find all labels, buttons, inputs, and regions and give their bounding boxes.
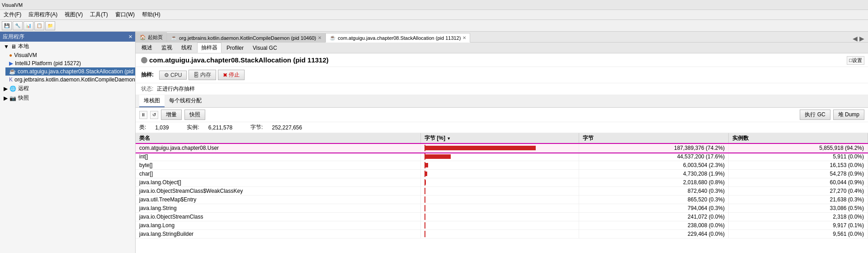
cell-instances: 5,855,918 (94.2%) <box>729 144 868 153</box>
nav-tab-threads[interactable]: 线程 <box>177 43 196 53</box>
bar-fill <box>425 197 425 202</box>
cell-name: java.lang.StringBuilder <box>136 230 420 239</box>
cell-bytes-bar <box>420 196 579 204</box>
snapshot-icon: 📷 <box>9 95 16 101</box>
col-header-name[interactable]: 类名 <box>136 133 420 144</box>
menu-help[interactable]: 帮助(H) <box>140 10 162 19</box>
cell-instances: 2,318 (0.0%) <box>729 213 868 221</box>
action-bar: ⏸ ↺ 增量 快照 执行 GC 堆 Dump <box>136 108 868 122</box>
tab-prev-btn[interactable]: ◀ <box>853 35 858 42</box>
tab-nav-arrows: ◀ ▶ <box>853 35 868 42</box>
sampler-section: 抽样: ⚙ CPU 🗄 内存 ✖ 停止 <box>136 67 868 83</box>
inner-tab-heap[interactable]: 堆栈图 <box>139 95 165 107</box>
table-row[interactable]: java.lang.Object[]2,018,680 (0.8%)60,044… <box>136 178 868 187</box>
cell-instances: 9,917 (0.1%) <box>729 221 868 230</box>
table-row[interactable]: java.lang.String794,064 (0.3%)33,086 (0.… <box>136 204 868 213</box>
sidebar: 应用程序 ✕ ▼ 🖥 本地 ● VisualVM ▶ IntelliJ Plat… <box>0 32 136 253</box>
nav-tab-profiler[interactable]: Profiler <box>222 43 248 53</box>
cell-bytes: 872,640 (0.3%) <box>579 187 728 196</box>
sidebar-close-btn[interactable]: ✕ <box>128 34 132 40</box>
sidebar-item-intellij[interactable]: ▶ IntelliJ Platform (pid 15272) <box>5 59 135 67</box>
table-row[interactable]: java.lang.Long238,008 (0.0%)9,917 (0.1%) <box>136 221 868 230</box>
refresh-button[interactable]: ↺ <box>150 111 158 119</box>
toolbar-btn-2[interactable]: 🔧 <box>13 21 23 30</box>
col-header-instances[interactable]: 实例数 <box>729 133 868 144</box>
stop-button[interactable]: ✖ 停止 <box>218 70 245 80</box>
sidebar-section-snapshot[interactable]: ▶ 📷 快照 <box>0 93 135 103</box>
memory-button[interactable]: 🗄 内存 <box>189 70 216 80</box>
tab-kotlin-close[interactable]: ✕ <box>318 35 321 40</box>
sidebar-section-local[interactable]: ▼ 🖥 本地 <box>0 42 135 51</box>
cell-bytes-bar <box>420 144 579 153</box>
toolbar-btn-3[interactable]: 📊 <box>24 21 33 30</box>
cell-bytes: 2,018,680 (0.8%) <box>579 178 728 187</box>
sidebar-title: 应用程序 <box>3 33 24 41</box>
cell-instances: 27,270 (0.4%) <box>729 187 868 196</box>
nav-tab-visualgc[interactable]: Visual GC <box>249 43 281 53</box>
stats-row: 类: 1,039 实例: 6,211,578 字节: 252,227,656 <box>136 122 868 133</box>
table-row[interactable]: char[]4,730,208 (1.9%)54,278 (0.9%) <box>136 170 868 178</box>
gc-button[interactable]: 执行 GC <box>800 110 830 120</box>
sidebar-header: 应用程序 ✕ <box>0 32 135 42</box>
cell-bytes-bar <box>420 213 579 221</box>
nav-tabs: 概述 监视 线程 抽样器 Profiler Visual GC <box>136 43 868 53</box>
pause-button[interactable]: ⏸ <box>139 111 147 119</box>
cell-bytes: 794,064 (0.3%) <box>579 204 728 213</box>
table-row[interactable]: java.util.TreeMap$Entry865,520 (0.3%)21,… <box>136 196 868 204</box>
kotlin-tab-icon: ☕ <box>171 35 177 41</box>
heap-dump-button[interactable]: 堆 Dump <box>833 110 864 120</box>
table-row[interactable]: java.io.ObjectStreamClass$WeakClassKey87… <box>136 187 868 196</box>
cell-name: java.lang.Object[] <box>136 178 420 187</box>
content-panel: 🏠 起始页 ☕ org.jetbrains.kotlin.daemon.Kotl… <box>136 32 868 253</box>
tab-start[interactable]: 🏠 起始页 <box>136 32 167 42</box>
delta-button[interactable]: 增量 <box>161 110 182 120</box>
bar-fill <box>425 154 451 159</box>
cell-instances: 54,278 (0.9%) <box>729 170 868 178</box>
table-row[interactable]: java.lang.StringBuilder229,464 (0.0%)9,5… <box>136 230 868 239</box>
cell-name: char[] <box>136 170 420 178</box>
cell-name: java.lang.Long <box>136 221 420 230</box>
profiler-title-bar: com.atguigu.java.chapter08.StackAllocati… <box>136 53 868 67</box>
table-row[interactable]: java.io.ObjectStreamClass241,072 (0.0%)2… <box>136 213 868 221</box>
nav-tab-overview[interactable]: 概述 <box>137 43 156 53</box>
cell-instances: 9,561 (0.0%) <box>729 230 868 239</box>
instance-label: 实例: <box>187 124 199 131</box>
menu-app[interactable]: 应用程序(A) <box>27 10 59 19</box>
sidebar-item-kotlin[interactable]: K org.jetbrains.kotlin.daemon.KotlinComp… <box>5 76 135 84</box>
toolbar-btn-1[interactable]: 💾 <box>2 21 12 30</box>
sidebar-item-visualvm[interactable]: ● VisualVM <box>5 51 135 59</box>
cell-name: java.util.TreeMap$Entry <box>136 196 420 204</box>
sidebar-section-remote[interactable]: ▶ 🌐 远程 <box>0 84 135 93</box>
table-row[interactable]: byte[]6,003,504 (2.3%)16,153 (0.0%) <box>136 161 868 170</box>
col-header-bytes-percent[interactable]: 字节 [%] <box>420 133 579 144</box>
menu-window[interactable]: 窗口(W) <box>113 10 137 19</box>
table-row[interactable]: com.atguigu.java.chapter08.User187,389,3… <box>136 144 868 153</box>
cell-bytes-bar <box>420 153 579 161</box>
col-header-bytes[interactable]: 字节 <box>579 133 728 144</box>
profiler-content: com.atguigu.java.chapter08.StackAllocati… <box>136 53 868 253</box>
tab-stackallocation[interactable]: ☕ com.atguigu.java.chapter08.StackAlloca… <box>326 33 470 43</box>
toolbar-btn-5[interactable]: 📁 <box>45 21 55 30</box>
menu-view[interactable]: 视图(V) <box>63 10 85 19</box>
menu-file[interactable]: 文件(F) <box>2 10 23 19</box>
nav-tab-monitor[interactable]: 监视 <box>157 43 176 53</box>
main-layout: 应用程序 ✕ ▼ 🖥 本地 ● VisualVM ▶ IntelliJ Plat… <box>0 32 868 253</box>
bar-marker <box>425 214 425 220</box>
nav-tab-sampler[interactable]: 抽样器 <box>197 43 222 53</box>
tab-stackallocation-close[interactable]: ✕ <box>462 35 466 40</box>
tab-next-btn[interactable]: ▶ <box>859 35 864 42</box>
bar-marker <box>425 222 425 229</box>
sidebar-item-stackallocation[interactable]: ☕ com.atguigu.java.chapter08.StackAlloca… <box>5 67 135 76</box>
class-label: 类: <box>139 124 146 131</box>
tab-kotlin[interactable]: ☕ org.jetbrains.kotlin.daemon.KotlinComp… <box>167 33 326 42</box>
menu-tools[interactable]: 工具(T) <box>88 10 109 19</box>
settings-button[interactable]: □设置 <box>847 56 864 65</box>
toolbar-btn-4[interactable]: 📋 <box>34 21 44 30</box>
cpu-button[interactable]: ⚙ CPU <box>159 71 187 80</box>
remote-icon: 🌐 <box>9 86 16 92</box>
snapshot-button[interactable]: 快照 <box>184 110 205 120</box>
bar-fill <box>425 163 428 167</box>
cell-bytes: 6,003,504 (2.3%) <box>579 161 728 170</box>
inner-tab-perthread[interactable]: 每个线程分配 <box>165 95 206 107</box>
table-row[interactable]: int[]44,537,200 (17.6%)5,911 (0.0%) <box>136 153 868 161</box>
